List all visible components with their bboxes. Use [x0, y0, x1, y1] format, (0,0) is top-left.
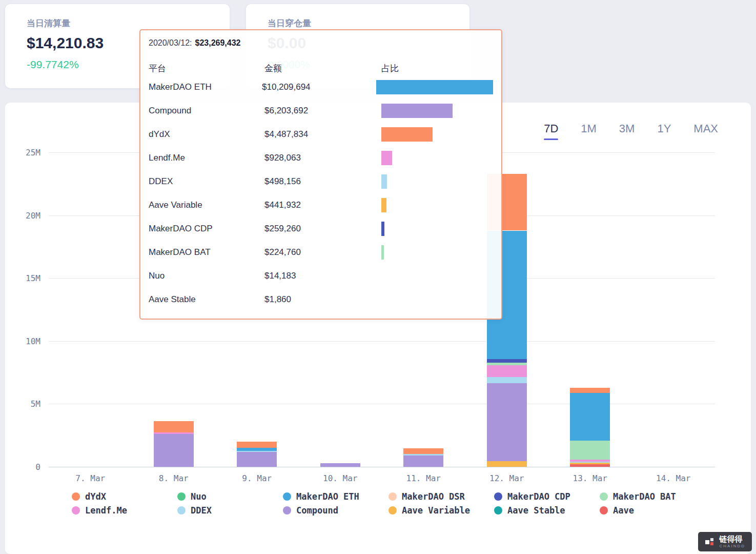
bar-segment-lendf.me[interactable]: [570, 460, 610, 462]
legend-marker: [177, 492, 186, 501]
tooltip-col-amount: 金额: [264, 63, 381, 74]
tooltip-share-cell: [381, 151, 493, 165]
legend-marker: [72, 506, 80, 515]
legend-item-makerdao-cdp[interactable]: MakerDAO CDP: [494, 491, 600, 502]
x-axis-label: 9. Mar: [242, 473, 272, 483]
daily-shortfall-label: 当日穿仓量: [268, 17, 448, 29]
bar-segment-compound[interactable]: [154, 434, 194, 467]
bar-segment-makerdao-cdp[interactable]: [487, 359, 527, 362]
legend-item-nuo[interactable]: Nuo: [177, 491, 283, 502]
legend-label: MakerDAO ETH: [296, 491, 359, 502]
bar-segment-makerdao-eth[interactable]: [237, 448, 277, 451]
legend-item-ddex[interactable]: DDEX: [177, 505, 283, 516]
bar-segment-lendf.me[interactable]: [154, 432, 194, 434]
legend-item-compound[interactable]: Compound: [283, 505, 389, 516]
x-axis-label: 12. Mar: [489, 473, 524, 483]
bar-segment-aave-variable[interactable]: [487, 461, 527, 467]
legend-item-aave-variable[interactable]: Aave Variable: [389, 505, 494, 516]
legend-item-makerdao-bat[interactable]: MakerDAO BAT: [600, 491, 705, 502]
bar-segment-compound[interactable]: [403, 456, 443, 467]
bar-segment-dydx[interactable]: [403, 448, 443, 454]
bar-segment-ddex[interactable]: [403, 454, 443, 456]
tooltip-share-bar: [381, 151, 392, 165]
bar-segment-makerdao-bat[interactable]: [570, 441, 610, 460]
legend-item-dydx[interactable]: dYdX: [72, 491, 177, 502]
legend-label: Aave Variable: [402, 505, 470, 516]
legend-label: Aave Stable: [507, 505, 565, 516]
y-axis-label: 25M: [26, 148, 40, 157]
legend-item-makerdao-dsr[interactable]: MakerDAO DSR: [389, 491, 494, 502]
legend-item-aave-stable[interactable]: Aave Stable: [494, 505, 600, 516]
legend-item-makerdao-eth[interactable]: MakerDAO ETH: [283, 491, 389, 502]
range-option-1m[interactable]: 1M: [581, 122, 597, 140]
legend-label: DDEX: [191, 505, 212, 516]
legend-marker: [283, 492, 291, 501]
tooltip-platform-name: dYdX: [149, 129, 264, 140]
chaindd-watermark: 链得得 CHAINDD: [698, 532, 752, 551]
range-option-max[interactable]: MAX: [693, 122, 718, 140]
bar-segment-lendf.me[interactable]: [487, 365, 527, 377]
legend-marker: [72, 492, 80, 501]
tooltip-amount: $1,860: [264, 294, 381, 305]
chaindd-logo-icon: [705, 537, 715, 547]
tooltip-platform-name: Aave Variable: [149, 200, 264, 210]
bar-segment-dydx[interactable]: [154, 421, 194, 432]
bar-segment-dydx[interactable]: [570, 388, 610, 393]
gridline: [49, 404, 715, 404]
bar-segment-ddex[interactable]: [570, 462, 610, 463]
range-option-1y[interactable]: 1Y: [657, 122, 671, 140]
bar-segment-dydx[interactable]: [237, 442, 277, 447]
tooltip-share-cell: [381, 104, 493, 118]
daily-liquidation-label: 当日清算量: [27, 17, 208, 29]
tooltip-share-cell: [381, 198, 493, 212]
tooltip-date: 2020/03/12:: [149, 38, 192, 47]
tooltip-amount: $10,209,694: [262, 82, 376, 92]
bar-segment-compound[interactable]: [320, 463, 360, 467]
tooltip-share-bar: [376, 80, 493, 94]
bar-segment-compound[interactable]: [487, 383, 527, 461]
tooltip-title: 2020/03/12:$23,269,432: [149, 38, 493, 48]
tooltip-share-bar: [381, 104, 453, 118]
tooltip-rows: MakerDAO ETH$10,209,694Compound$6,203,69…: [149, 75, 493, 311]
y-axis-label: 0: [35, 462, 40, 472]
legend-marker: [600, 506, 608, 515]
legend-item-lendf.me[interactable]: Lendf.Me: [72, 505, 177, 516]
y-axis-label: 20M: [26, 210, 40, 220]
legend-marker: [283, 506, 291, 515]
legend-marker: [494, 506, 502, 515]
tooltip-amount: $4,487,834: [264, 129, 381, 140]
bar-segment-compound[interactable]: [237, 452, 277, 467]
range-option-3m[interactable]: 3M: [619, 122, 635, 140]
tooltip-share-bar: [381, 245, 384, 260]
x-axis-label: 8. Mar: [159, 473, 189, 483]
tooltip-platform-name: Lendf.Me: [149, 153, 264, 163]
legend-marker: [389, 492, 397, 501]
legend-label: dYdX: [85, 491, 106, 502]
watermark-sub: CHAINDD: [720, 544, 745, 548]
tooltip-row: MakerDAO CDP$259,260: [149, 217, 493, 241]
bar-segment-makerdao-eth[interactable]: [570, 393, 610, 441]
chart-tooltip: 2020/03/12:$23,269,432 平台 金额 占比 MakerDAO…: [139, 29, 502, 320]
bar-segment-ddex[interactable]: [487, 377, 527, 383]
tooltip-row: dYdX$4,487,834: [149, 123, 493, 146]
x-axis-label: 14. Mar: [656, 473, 690, 483]
y-axis-label: 15M: [26, 273, 40, 283]
bar-segment-ddex[interactable]: [237, 451, 277, 452]
tooltip-col-share: 占比: [381, 63, 493, 74]
bar-segment-makerdao-bat[interactable]: [487, 363, 527, 366]
tooltip-share-cell: [376, 80, 493, 94]
bar-segment-aave[interactable]: [570, 464, 610, 467]
tooltip-row: Compound$6,203,692: [149, 99, 493, 123]
watermark-name: 链得得: [720, 535, 745, 543]
legend-label: Compound: [296, 505, 338, 516]
bar-segment-aave-variable[interactable]: [570, 463, 610, 464]
tooltip-platform-name: MakerDAO BAT: [149, 247, 264, 258]
tooltip-row: MakerDAO BAT$224,760: [149, 241, 493, 264]
gridline: [49, 467, 715, 467]
legend-label: Lendf.Me: [85, 505, 127, 516]
tooltip-amount: $224,760: [264, 247, 381, 258]
x-axis-label: 13. Mar: [573, 473, 607, 483]
tooltip-share-bar: [381, 222, 384, 236]
range-option-7d[interactable]: 7D: [544, 122, 558, 140]
legend-item-aave[interactable]: Aave: [600, 505, 705, 516]
